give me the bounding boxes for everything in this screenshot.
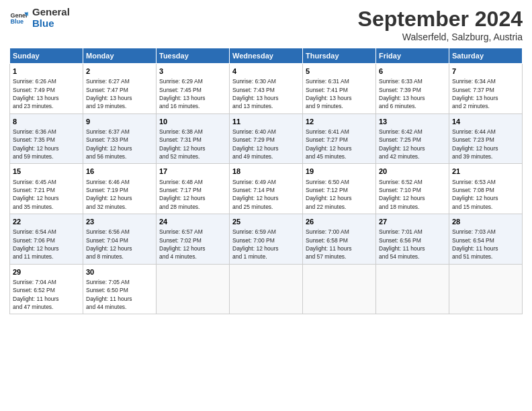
day-number: 3 [159,66,226,77]
day-info: Sunrise: 6:48 AM Sunset: 7:17 PM Dayligh… [159,178,226,211]
day-number: 4 [232,66,300,77]
calendar-cell: 21Sunrise: 6:53 AM Sunset: 7:08 PM Dayli… [449,164,523,214]
day-number: 26 [306,217,373,227]
day-info: Sunrise: 6:34 AM Sunset: 7:37 PM Dayligh… [452,77,519,110]
col-header-tuesday: Tuesday [157,48,230,64]
day-info: Sunrise: 6:38 AM Sunset: 7:31 PM Dayligh… [159,128,226,161]
calendar-header: SundayMondayTuesdayWednesdayThursdayFrid… [10,48,523,64]
logo-icon: General Blue [9,9,28,28]
calendar-cell: 26Sunrise: 7:00 AM Sunset: 6:58 PM Dayli… [303,214,376,264]
col-header-wednesday: Wednesday [230,48,303,64]
day-info: Sunrise: 6:59 AM Sunset: 7:00 PM Dayligh… [232,228,300,261]
day-number: 16 [86,167,153,177]
day-number: 13 [379,117,446,127]
calendar-cell: 24Sunrise: 6:57 AM Sunset: 7:02 PM Dayli… [157,214,230,264]
col-header-sunday: Sunday [10,48,83,64]
day-number: 30 [86,267,153,277]
day-info: Sunrise: 6:36 AM Sunset: 7:35 PM Dayligh… [13,128,80,161]
day-info: Sunrise: 7:04 AM Sunset: 6:52 PM Dayligh… [13,278,80,311]
col-header-monday: Monday [83,48,157,64]
day-info: Sunrise: 6:31 AM Sunset: 7:41 PM Dayligh… [306,77,373,110]
calendar-cell: 6Sunrise: 6:33 AM Sunset: 7:39 PM Daylig… [376,64,449,114]
day-info: Sunrise: 6:26 AM Sunset: 7:49 PM Dayligh… [13,77,80,110]
day-info: Sunrise: 6:54 AM Sunset: 7:06 PM Dayligh… [13,228,80,261]
calendar-cell: 18Sunrise: 6:49 AM Sunset: 7:14 PM Dayli… [230,164,303,214]
calendar-page: General Blue General Blue September 2024… [0,0,532,411]
calendar-cell [230,264,303,314]
day-info: Sunrise: 6:42 AM Sunset: 7:25 PM Dayligh… [379,128,446,161]
day-info: Sunrise: 6:50 AM Sunset: 7:12 PM Dayligh… [306,178,373,211]
day-info: Sunrise: 6:46 AM Sunset: 7:19 PM Dayligh… [86,178,153,211]
logo-text-blue: Blue [32,18,70,30]
day-info: Sunrise: 6:57 AM Sunset: 7:02 PM Dayligh… [159,228,226,261]
calendar-cell: 2Sunrise: 6:27 AM Sunset: 7:47 PM Daylig… [83,64,157,114]
day-number: 9 [86,117,153,127]
calendar-cell: 12Sunrise: 6:41 AM Sunset: 7:27 PM Dayli… [303,113,376,164]
calendar-cell: 22Sunrise: 6:54 AM Sunset: 7:06 PM Dayli… [10,214,83,264]
day-info: Sunrise: 6:52 AM Sunset: 7:10 PM Dayligh… [379,178,446,211]
week-row-1: 1Sunrise: 6:26 AM Sunset: 7:49 PM Daylig… [10,64,523,114]
col-header-saturday: Saturday [449,48,523,64]
day-number: 23 [86,217,153,227]
day-number: 1 [13,66,80,77]
week-row-2: 8Sunrise: 6:36 AM Sunset: 7:35 PM Daylig… [10,113,523,164]
day-number: 27 [379,217,446,227]
day-info: Sunrise: 7:00 AM Sunset: 6:58 PM Dayligh… [306,228,373,261]
day-info: Sunrise: 7:05 AM Sunset: 6:50 PM Dayligh… [86,278,153,311]
day-info: Sunrise: 6:53 AM Sunset: 7:08 PM Dayligh… [452,178,519,211]
calendar-cell [449,264,523,314]
calendar-cell: 28Sunrise: 7:03 AM Sunset: 6:54 PM Dayli… [449,214,523,264]
calendar-cell: 27Sunrise: 7:01 AM Sunset: 6:56 PM Dayli… [376,214,449,264]
calendar-cell: 13Sunrise: 6:42 AM Sunset: 7:25 PM Dayli… [376,113,449,164]
day-info: Sunrise: 7:01 AM Sunset: 6:56 PM Dayligh… [379,228,446,261]
day-info: Sunrise: 6:49 AM Sunset: 7:14 PM Dayligh… [232,178,300,211]
day-number: 20 [379,167,446,177]
day-number: 21 [452,167,519,177]
calendar-cell: 19Sunrise: 6:50 AM Sunset: 7:12 PM Dayli… [303,164,376,214]
day-number: 25 [232,217,300,227]
logo: General Blue General Blue [9,7,70,29]
week-row-5: 29Sunrise: 7:04 AM Sunset: 6:52 PM Dayli… [10,264,523,314]
day-number: 8 [13,117,80,127]
day-info: Sunrise: 6:44 AM Sunset: 7:23 PM Dayligh… [452,128,519,161]
day-number: 28 [452,217,519,227]
calendar-cell: 5Sunrise: 6:31 AM Sunset: 7:41 PM Daylig… [303,64,376,114]
day-info: Sunrise: 6:30 AM Sunset: 7:43 PM Dayligh… [232,77,300,110]
calendar-cell: 7Sunrise: 6:34 AM Sunset: 7:37 PM Daylig… [449,64,523,114]
day-info: Sunrise: 6:37 AM Sunset: 7:33 PM Dayligh… [86,128,153,161]
calendar-cell [376,264,449,314]
day-info: Sunrise: 6:29 AM Sunset: 7:45 PM Dayligh… [159,77,226,110]
calendar-cell: 4Sunrise: 6:30 AM Sunset: 7:43 PM Daylig… [230,64,303,114]
day-number: 11 [232,117,300,127]
title-block: September 2024 Walserfeld, Salzburg, Aus… [358,7,523,42]
calendar-cell [157,264,230,314]
col-header-friday: Friday [376,48,449,64]
col-header-thursday: Thursday [303,48,376,64]
day-info: Sunrise: 6:33 AM Sunset: 7:39 PM Dayligh… [379,77,446,110]
calendar-cell [303,264,376,314]
day-number: 22 [13,217,80,227]
month-title: September 2024 [358,7,523,32]
day-number: 14 [452,117,519,127]
day-number: 10 [159,117,226,127]
calendar-cell: 23Sunrise: 6:56 AM Sunset: 7:04 PM Dayli… [83,214,157,264]
day-number: 15 [13,167,80,177]
header: General Blue General Blue September 2024… [9,7,523,42]
location-subtitle: Walserfeld, Salzburg, Austria [358,32,523,42]
week-row-4: 22Sunrise: 6:54 AM Sunset: 7:06 PM Dayli… [10,214,523,264]
day-number: 29 [13,267,80,277]
day-info: Sunrise: 6:27 AM Sunset: 7:47 PM Dayligh… [86,77,153,110]
calendar-cell: 3Sunrise: 6:29 AM Sunset: 7:45 PM Daylig… [157,64,230,114]
logo-text-general: General [32,7,70,18]
calendar-cell: 25Sunrise: 6:59 AM Sunset: 7:00 PM Dayli… [230,214,303,264]
calendar-cell: 17Sunrise: 6:48 AM Sunset: 7:17 PM Dayli… [157,164,230,214]
calendar-cell: 9Sunrise: 6:37 AM Sunset: 7:33 PM Daylig… [83,113,157,164]
calendar-cell: 14Sunrise: 6:44 AM Sunset: 7:23 PM Dayli… [449,113,523,164]
day-number: 5 [306,66,373,77]
calendar-cell: 29Sunrise: 7:04 AM Sunset: 6:52 PM Dayli… [10,264,83,314]
calendar-cell: 10Sunrise: 6:38 AM Sunset: 7:31 PM Dayli… [157,113,230,164]
day-number: 2 [86,66,153,77]
day-info: Sunrise: 6:56 AM Sunset: 7:04 PM Dayligh… [86,228,153,261]
calendar-cell: 30Sunrise: 7:05 AM Sunset: 6:50 PM Dayli… [83,264,157,314]
day-number: 6 [379,66,446,77]
